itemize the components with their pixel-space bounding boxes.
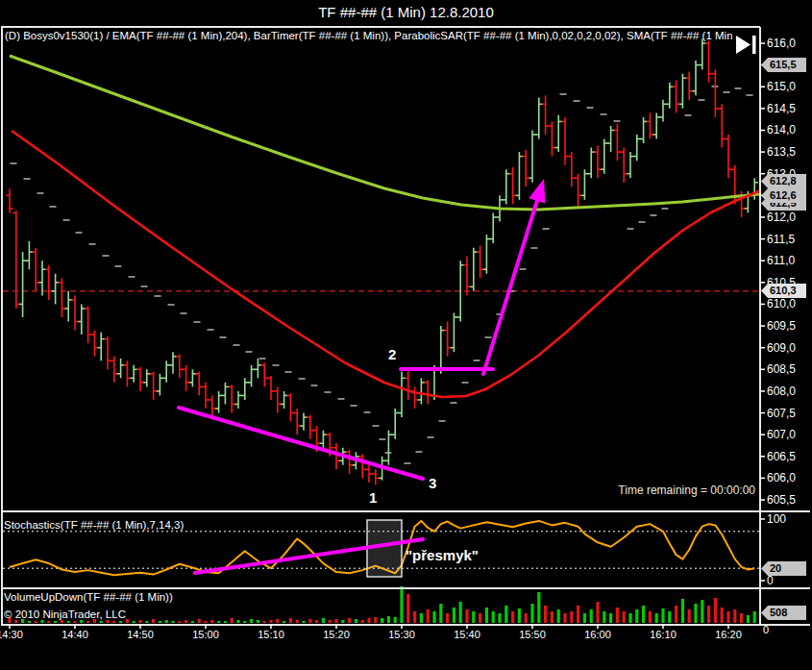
sma-line	[12, 131, 759, 397]
volume-bar	[40, 620, 43, 623]
drawn-annotations[interactable]	[179, 179, 545, 573]
volume-bar	[315, 620, 318, 623]
ohlc-bar	[483, 235, 490, 274]
volume-bar	[453, 608, 455, 623]
volume-bar	[701, 600, 703, 623]
price-tick-label: 609,5	[767, 319, 796, 333]
volume-bar	[204, 621, 207, 623]
volume-bar	[603, 611, 605, 623]
ohlc-bar	[19, 252, 26, 317]
ohlc-bar	[444, 322, 451, 357]
volume-bar	[334, 619, 337, 623]
volume-bar	[459, 602, 462, 623]
main-price-panel[interactable]	[3, 38, 760, 484]
volume-bar	[583, 613, 586, 623]
volume-bar	[112, 621, 115, 623]
volume-bar	[472, 611, 475, 623]
time-tick-label: 15:00	[192, 629, 219, 640]
window-title: TF ##-## (1 Min) 12.8.2010	[0, 4, 812, 20]
volume-bar	[257, 620, 259, 623]
volume-bar	[681, 599, 684, 623]
ohlc-bar	[163, 360, 170, 383]
time-tick-label: 16:10	[650, 629, 677, 640]
volume-bar	[100, 621, 103, 623]
arrow-head	[529, 179, 545, 204]
ohlc-bar	[52, 274, 59, 305]
volume-bar	[406, 594, 409, 623]
price-tick-label: 609,0	[767, 341, 796, 355]
stoch-tick-label: 0	[767, 574, 774, 587]
ohlc-bar	[647, 112, 653, 138]
ohlc-bar	[607, 126, 614, 152]
ohlc-bar	[176, 354, 183, 378]
ohlc-bar	[633, 135, 640, 161]
annotation-text: 1	[369, 489, 377, 506]
ohlc-bar	[215, 391, 222, 413]
ohlc-bar	[451, 312, 457, 352]
time-axis[interactable]: 14:3014:4014:5015:0015:1015:2015:3015:40…	[0, 625, 742, 640]
volume-bar	[537, 592, 540, 623]
ohlc-bar	[38, 261, 45, 295]
volume-bar	[714, 598, 717, 623]
ohlc-bar	[111, 357, 117, 383]
trend-line[interactable]	[179, 408, 423, 479]
ohlc-bar	[463, 257, 470, 296]
ohlc-bar	[131, 365, 137, 383]
price-tick-label: 606,0	[767, 471, 796, 484]
volume-bar	[655, 613, 658, 623]
volume-bar	[675, 606, 677, 623]
volume-bar	[28, 621, 31, 623]
volume-bar	[688, 609, 691, 623]
volume-bar	[263, 621, 266, 623]
ohlc-bar	[150, 372, 157, 400]
ohlc-bar	[255, 359, 261, 378]
axis-value-badge: 20	[761, 561, 806, 576]
volume-bar	[394, 617, 397, 623]
volume-bar	[668, 611, 671, 623]
volume-bar	[133, 621, 135, 623]
price-tick-label: 616,0	[767, 37, 796, 50]
ohlc-bar	[392, 409, 399, 439]
price-axis[interactable]: 616,0615,5615,0614,5614,0613,5613,0612,5…	[760, 37, 796, 587]
volume-bar	[178, 621, 181, 623]
volume-bar	[439, 604, 442, 623]
ohlc-bar	[45, 265, 52, 300]
volume-bar	[661, 608, 664, 623]
volume-bar	[348, 618, 351, 623]
time-tick-label: 15:40	[454, 629, 480, 640]
volume-bar	[733, 609, 736, 623]
ohlc-bar	[731, 165, 738, 205]
volume-bar	[106, 620, 109, 623]
ohlc-bar	[248, 365, 255, 387]
ohlc-bar	[751, 178, 758, 200]
volume-bar	[302, 621, 305, 623]
ohlc-bar	[535, 98, 542, 139]
volume-bar	[126, 619, 129, 623]
volume-bar	[544, 606, 547, 623]
ohlc-bar	[209, 395, 215, 417]
volume-bar	[250, 619, 253, 623]
volume-bar	[224, 621, 227, 623]
ohlc-bar	[437, 326, 444, 374]
volume-bar	[400, 586, 403, 623]
volume-bar	[635, 609, 638, 623]
ohlc-bar	[712, 69, 719, 117]
volume-bar	[341, 620, 344, 623]
volume-bar	[210, 620, 213, 623]
time-tick-label: 16:20	[715, 629, 742, 640]
ohlc-bar	[294, 409, 301, 434]
volume-axis-zero-label: 0	[763, 624, 769, 635]
ohlc-bar	[418, 378, 425, 404]
chart-canvas[interactable]: 123"přesmyk"616,0615,5615,0614,5614,0613…	[0, 0, 812, 670]
volume-indicator-label: VolumeUpDown(TF ##-## (1 Min))	[4, 591, 173, 603]
price-tick-label: 608,0	[767, 385, 796, 398]
volume-bar	[159, 621, 161, 623]
go-to-end-play-icon[interactable]	[734, 34, 759, 57]
volume-bar	[525, 613, 528, 623]
volume-bar	[609, 613, 612, 623]
volume-bar	[308, 619, 311, 623]
volume-bar	[479, 613, 481, 623]
ohlc-bar	[425, 381, 431, 405]
arrow-shaft[interactable]	[483, 201, 537, 374]
volume-bar	[61, 620, 63, 623]
